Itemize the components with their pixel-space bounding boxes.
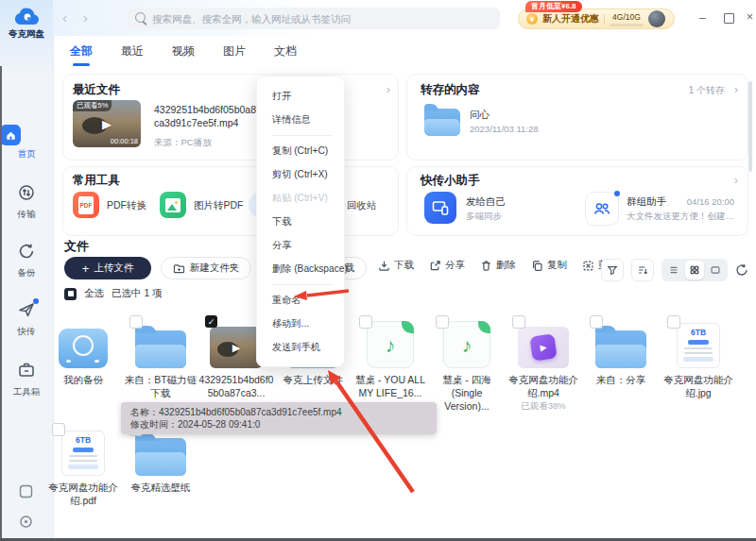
folder-icon[interactable] xyxy=(424,109,460,136)
maximize-button[interactable] xyxy=(724,13,734,24)
recent-video-thumbnail[interactable]: 已观看5% ▶ 00:00:18 xyxy=(73,100,141,147)
chevron-right-icon[interactable]: › xyxy=(734,83,738,95)
checkbox-checked[interactable]: ✓ xyxy=(205,315,217,328)
file-item-music-1[interactable]: ♪ 慧桌 - YOU ALL MY LIFE_16... xyxy=(352,317,429,399)
file-item-feature-pdf[interactable]: 6TB 夸克网盘功能介绍.pdf xyxy=(44,425,122,507)
checkbox[interactable] xyxy=(512,315,525,329)
avatar[interactable] xyxy=(648,10,665,27)
menu-item-send-to-phone[interactable]: 发送到手机 xyxy=(257,335,344,359)
folder-plus-icon xyxy=(173,263,185,274)
image-to-pdf-label[interactable]: 图片转PDF xyxy=(194,199,244,212)
menu-item-details[interactable]: 详情信息 xyxy=(257,108,344,131)
menu-item-copy[interactable]: 复制 (Ctrl+C) xyxy=(257,139,344,162)
checkbox[interactable] xyxy=(129,315,143,329)
toolbox-icon xyxy=(17,361,36,380)
recent-video-name[interactable]: 4329251b4bd6f05b0a87 ca3d91c7ee5f.mp4 xyxy=(154,103,262,129)
menu-item-move-to[interactable]: 移动到... xyxy=(257,312,344,335)
sidebar-item-home[interactable]: 首页 xyxy=(0,125,53,161)
grid-view-icon xyxy=(689,264,700,276)
back-button[interactable]: ‹ xyxy=(62,10,67,25)
filter-button[interactable] xyxy=(601,259,624,281)
tab-document[interactable]: 文档 xyxy=(272,40,299,63)
grid-view-button[interactable] xyxy=(685,261,704,279)
transferred-folder-name[interactable]: 问心 xyxy=(470,109,490,122)
list-view-button[interactable] xyxy=(664,261,683,279)
sidebar-item-label: 工具箱 xyxy=(0,386,53,398)
group-assistant-icon[interactable] xyxy=(585,192,619,226)
music-file-icon: ♪ xyxy=(367,321,414,368)
tab-recent[interactable]: 最近 xyxy=(119,40,146,63)
file-item-bt-folder[interactable]: 来自：BT磁力链下载 xyxy=(122,317,199,399)
tab-video[interactable]: 视频 xyxy=(170,40,197,63)
new-folder-button[interactable]: 新建文件夹 xyxy=(161,257,251,279)
file-item-feature-mp4[interactable]: ▶ 夸克网盘功能介绍.mp4 已观看38% xyxy=(505,317,582,413)
menu-item-download[interactable]: 下载 xyxy=(257,210,344,233)
menu-item-cut[interactable]: 剪切 (Ctrl+X) xyxy=(257,162,344,186)
send-to-self-icon[interactable] xyxy=(424,192,456,224)
send-to-self-subtitle: 多端同步 xyxy=(466,211,502,223)
select-all-checkbox[interactable] xyxy=(64,288,77,300)
group-assistant-title[interactable]: 群组助手 xyxy=(627,195,666,209)
preview-line xyxy=(69,460,97,462)
sort-icon xyxy=(637,264,648,276)
card-view-button[interactable] xyxy=(706,261,725,279)
file-name: 来自：分享 xyxy=(582,373,660,386)
preview-bar xyxy=(683,357,713,362)
pdf-convert-label[interactable]: PDF转换 xyxy=(107,199,146,212)
assistant-title: 快传小助手 xyxy=(421,173,480,189)
image-to-pdf-icon[interactable] xyxy=(160,192,186,218)
search-input[interactable] xyxy=(128,8,500,29)
pdf-convert-icon[interactable]: PDF xyxy=(73,192,99,218)
checkbox[interactable] xyxy=(436,315,449,329)
file-item-music-2[interactable]: ♪ 慧桌 - 四海 (Single Version)... xyxy=(428,317,506,413)
storage-label: 4G/10G xyxy=(612,12,641,22)
sort-button[interactable] xyxy=(631,259,654,281)
card-view-icon xyxy=(710,264,721,276)
notification-dot xyxy=(614,191,620,196)
checkbox[interactable] xyxy=(667,315,680,329)
send-to-self-title[interactable]: 发给自己 xyxy=(466,195,506,209)
watched-percent: 已观看38% xyxy=(505,400,582,413)
menu-item-open[interactable]: 打开 xyxy=(257,84,344,108)
refresh-button[interactable] xyxy=(735,263,748,277)
pdf-file-icon: 6TB xyxy=(61,431,105,476)
menu-item-share[interactable]: 分享 xyxy=(257,233,344,257)
file-item-my-backup[interactable]: 我的备份 xyxy=(44,317,122,386)
checkbox[interactable] xyxy=(590,315,603,329)
share-button[interactable]: 分享 xyxy=(429,259,465,272)
recycle-bin-label[interactable]: 回收站 xyxy=(347,199,377,212)
tab-all[interactable]: 全部 xyxy=(68,40,94,63)
minimize-button[interactable]: – xyxy=(699,12,706,24)
select-all-label: 全选 xyxy=(84,287,104,300)
download-button[interactable]: 下载 xyxy=(378,259,414,272)
file-item-share-folder[interactable]: 来自：分享 xyxy=(582,317,660,386)
context-menu: 打开 详情信息 复制 (Ctrl+C) 剪切 (Ctrl+X) 粘贴 (Ctrl… xyxy=(256,76,345,367)
scrollbar[interactable] xyxy=(748,81,752,172)
forward-button[interactable]: › xyxy=(83,10,88,25)
cut-icon xyxy=(582,260,594,272)
copy-button[interactable]: 复制 xyxy=(531,259,567,272)
file-item-wallpaper-folder[interactable]: 夸克精选壁纸 xyxy=(122,425,199,494)
sidebar-item-transfer[interactable]: 传输 xyxy=(0,183,53,221)
quark-cloud-logo xyxy=(13,6,40,30)
menu-item-delete[interactable]: 删除 (Backspace) xyxy=(257,257,344,280)
mini-window-icon[interactable] xyxy=(18,483,34,503)
preview-text: 6TB xyxy=(76,436,91,445)
menu-divider xyxy=(272,284,333,285)
checkbox[interactable] xyxy=(359,315,372,329)
delete-button[interactable]: 删除 xyxy=(480,259,516,272)
tab-image[interactable]: 图片 xyxy=(221,40,248,63)
preview-line xyxy=(69,455,97,457)
delete-label: 删除 xyxy=(496,259,516,272)
chevron-right-icon[interactable]: › xyxy=(734,174,738,186)
chevron-right-icon[interactable]: › xyxy=(387,83,390,95)
settings-icon[interactable] xyxy=(18,514,34,533)
sidebar-item-backup[interactable]: 备份 xyxy=(0,242,53,279)
checkbox[interactable] xyxy=(52,423,65,436)
download-label: 下载 xyxy=(394,259,414,272)
upload-button[interactable]: + 上传文件 xyxy=(64,257,151,279)
file-item-feature-jpg[interactable]: 6TB 夸克网盘功能介绍.jpg xyxy=(660,317,737,399)
close-button[interactable]: × xyxy=(747,11,753,23)
file-name: 我的备份 xyxy=(44,373,122,386)
menu-item-rename[interactable]: 重命名 xyxy=(257,288,344,312)
